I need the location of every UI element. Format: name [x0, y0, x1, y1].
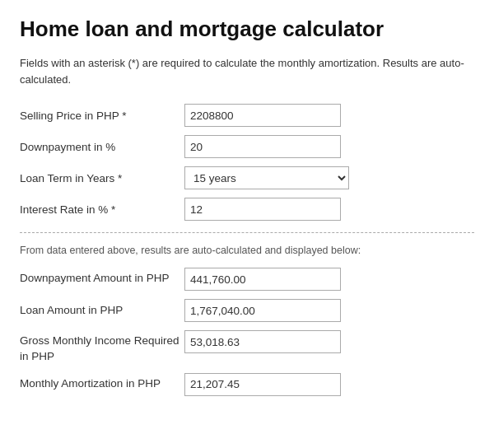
loan-amount-label: Loan Amount in PHP: [20, 303, 184, 319]
selling-price-row: Selling Price in PHP *: [20, 104, 474, 127]
downpayment-input[interactable]: [184, 135, 341, 158]
results-section: Downpayment Amount in PHP Loan Amount in…: [20, 268, 474, 396]
monthly-amortization-output: [184, 373, 341, 396]
downpayment-label: Downpayment in %: [20, 141, 184, 153]
downpayment-row: Downpayment in %: [20, 135, 474, 158]
gross-income-label: Gross Monthly Income Required in PHP: [20, 330, 184, 365]
loan-term-label: Loan Term in Years *: [20, 172, 184, 184]
downpayment-amount-row: Downpayment Amount in PHP: [20, 268, 474, 291]
monthly-amortization-label: Monthly Amortization in PHP: [20, 373, 184, 392]
gross-income-output: [184, 330, 341, 353]
loan-term-row: Loan Term in Years * 5 years 10 years 15…: [20, 166, 474, 189]
monthly-amortization-row: Monthly Amortization in PHP: [20, 373, 474, 396]
interest-rate-row: Interest Rate in % *: [20, 198, 474, 221]
page-title: Home loan and mortgage calculator: [20, 16, 474, 42]
section-divider: [20, 232, 474, 233]
downpayment-amount-label: Downpayment Amount in PHP: [20, 268, 184, 287]
interest-rate-label: Interest Rate in % *: [20, 203, 184, 216]
loan-amount-row: Loan Amount in PHP: [20, 299, 474, 322]
description-text: Fields with an asterisk (*) are required…: [20, 55, 474, 87]
loan-amount-output: [184, 299, 341, 322]
interest-rate-input[interactable]: [184, 198, 341, 221]
loan-term-select[interactable]: 5 years 10 years 15 years 20 years 25 ye…: [184, 166, 349, 189]
selling-price-input[interactable]: [184, 104, 341, 127]
gross-income-row: Gross Monthly Income Required in PHP: [20, 330, 474, 365]
selling-price-label: Selling Price in PHP *: [20, 110, 184, 122]
downpayment-amount-output: [184, 268, 341, 291]
auto-calc-note: From data entered above, results are aut…: [20, 245, 474, 256]
input-section: Selling Price in PHP * Downpayment in % …: [20, 104, 474, 221]
